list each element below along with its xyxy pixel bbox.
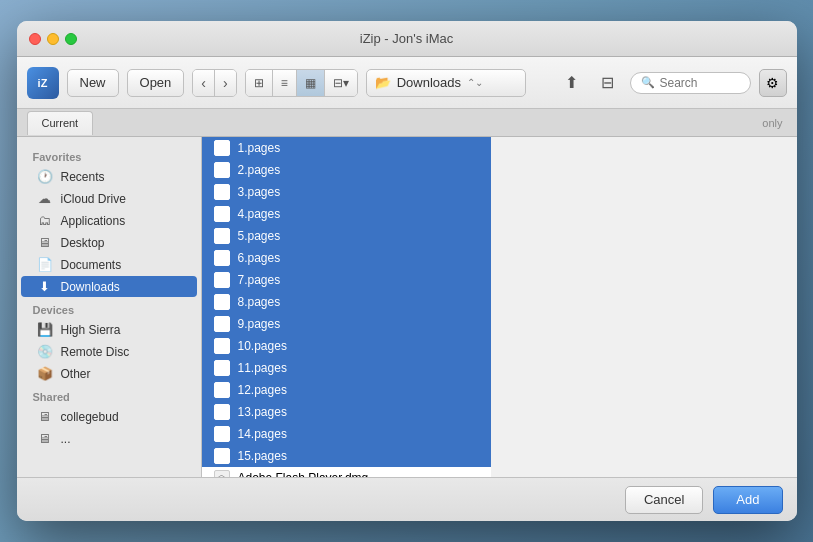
pages-file-icon: [214, 162, 230, 178]
file-item[interactable]: 2.pages: [202, 159, 492, 181]
share-button[interactable]: ⬆: [558, 69, 586, 97]
sidebar-item-remote-disc[interactable]: 💿 Remote Disc: [21, 341, 197, 362]
file-name: 4.pages: [238, 207, 281, 221]
pages-file-icon: [214, 382, 230, 398]
nav-buttons: ‹ ›: [192, 69, 236, 97]
favorites-section-title: Favorites: [17, 145, 201, 165]
dmg-file-icon: ⬡: [214, 470, 230, 477]
file-item[interactable]: 13.pages: [202, 401, 492, 423]
view-toggle: ⊞ ≡ ▦ ⊟▾: [245, 69, 358, 97]
nav-forward-button[interactable]: ›: [215, 70, 236, 96]
file-name: 13.pages: [238, 405, 287, 419]
nav-back-button[interactable]: ‹: [193, 70, 215, 96]
action-button[interactable]: ⊟: [594, 69, 622, 97]
file-list[interactable]: 1.pages2.pages3.pages4.pages5.pages6.pag…: [202, 137, 492, 477]
file-name: 3.pages: [238, 185, 281, 199]
current-path: Downloads: [397, 75, 461, 90]
pages-file-icon: [214, 316, 230, 332]
sidebar-item-downloads[interactable]: ⬇ Downloads: [21, 276, 197, 297]
file-name: 9.pages: [238, 317, 281, 331]
high-sierra-icon: 💾: [37, 322, 53, 337]
sidebar-item-desktop[interactable]: 🖥 Desktop: [21, 232, 197, 253]
title-bar: iZip - Jon's iMac: [17, 21, 797, 57]
sidebar-item-recents[interactable]: 🕐 Recents: [21, 166, 197, 187]
file-name: 15.pages: [238, 449, 287, 463]
sidebar-documents-label: Documents: [61, 258, 122, 272]
sidebar-item-shared2[interactable]: 🖥 ...: [21, 428, 197, 449]
traffic-lights: [29, 33, 77, 45]
sidebar-applications-label: Applications: [61, 214, 126, 228]
file-name: 14.pages: [238, 427, 287, 441]
file-item[interactable]: 1.pages: [202, 137, 492, 159]
file-item[interactable]: 6.pages: [202, 247, 492, 269]
view-icon-button[interactable]: ⊞: [246, 70, 273, 96]
search-box: 🔍: [630, 72, 751, 94]
sidebar-other-label: Other: [61, 367, 91, 381]
pages-file-icon: [214, 184, 230, 200]
pages-file-icon: [214, 404, 230, 420]
sidebar-item-collegebud[interactable]: 🖥 collegebud: [21, 406, 197, 427]
sidebar-item-high-sierra[interactable]: 💾 High Sierra: [21, 319, 197, 340]
file-picker-window: iZip - Jon's iMac iZ New Open ‹ › ⊞ ≡ ▦ …: [17, 21, 797, 521]
window-title: iZip - Jon's iMac: [360, 31, 454, 46]
applications-icon: 🗂: [37, 213, 53, 228]
pages-file-icon: [214, 272, 230, 288]
path-chevron-icon: ⌃⌄: [467, 77, 483, 88]
sidebar-collegebud-label: collegebud: [61, 410, 119, 424]
sidebar-icloud-label: iCloud Drive: [61, 192, 126, 206]
recents-icon: 🕐: [37, 169, 53, 184]
view-column-button[interactable]: ▦: [297, 70, 325, 96]
sidebar-remote-disc-label: Remote Disc: [61, 345, 130, 359]
file-item[interactable]: 12.pages: [202, 379, 492, 401]
app-icon: iZ: [27, 67, 59, 99]
toolbar: iZ New Open ‹ › ⊞ ≡ ▦ ⊟▾ 📂 Downloads ⌃⌄ …: [17, 57, 797, 109]
file-item[interactable]: 15.pages: [202, 445, 492, 467]
file-item[interactable]: ⬡Adobe Flash Player.dmg: [202, 467, 492, 477]
file-item[interactable]: 8.pages: [202, 291, 492, 313]
bottom-bar: Cancel Add: [17, 477, 797, 521]
view-cover-button[interactable]: ⊟▾: [325, 70, 357, 96]
file-name: 5.pages: [238, 229, 281, 243]
desktop-icon: 🖥: [37, 235, 53, 250]
add-button[interactable]: Add: [713, 486, 782, 514]
downloads-icon: ⬇: [37, 279, 53, 294]
file-item[interactable]: 7.pages: [202, 269, 492, 291]
search-input[interactable]: [660, 76, 740, 90]
pages-file-icon: [214, 294, 230, 310]
sidebar-downloads-label: Downloads: [61, 280, 120, 294]
view-list-button[interactable]: ≡: [273, 70, 297, 96]
open-button[interactable]: Open: [127, 69, 185, 97]
file-item[interactable]: 10.pages: [202, 335, 492, 357]
shared2-icon: 🖥: [37, 431, 53, 446]
pages-file-icon: [214, 448, 230, 464]
file-item[interactable]: 9.pages: [202, 313, 492, 335]
sidebar-item-other[interactable]: 📦 Other: [21, 363, 197, 384]
file-name: 11.pages: [238, 361, 287, 375]
sidebar-item-icloud[interactable]: ☁ iCloud Drive: [21, 188, 197, 209]
file-name: 10.pages: [238, 339, 287, 353]
pages-file-icon: [214, 360, 230, 376]
sidebar-item-documents[interactable]: 📄 Documents: [21, 254, 197, 275]
cancel-button[interactable]: Cancel: [625, 486, 703, 514]
sidebar-item-applications[interactable]: 🗂 Applications: [21, 210, 197, 231]
main-content: Favorites 🕐 Recents ☁ iCloud Drive 🗂 App…: [17, 137, 797, 477]
path-selector[interactable]: 📂 Downloads ⌃⌄: [366, 69, 526, 97]
new-button[interactable]: New: [67, 69, 119, 97]
pages-file-icon: [214, 140, 230, 156]
file-item[interactable]: 14.pages: [202, 423, 492, 445]
sidebar-desktop-label: Desktop: [61, 236, 105, 250]
file-item[interactable]: 5.pages: [202, 225, 492, 247]
file-name: 2.pages: [238, 163, 281, 177]
file-item[interactable]: 3.pages: [202, 181, 492, 203]
other-icon: 📦: [37, 366, 53, 381]
shared-section-title: Shared: [17, 385, 201, 405]
maximize-button[interactable]: [65, 33, 77, 45]
tab-current[interactable]: Current: [27, 111, 94, 135]
file-item[interactable]: 4.pages: [202, 203, 492, 225]
sidebar-recents-label: Recents: [61, 170, 105, 184]
file-item[interactable]: 11.pages: [202, 357, 492, 379]
search-icon: 🔍: [641, 76, 655, 89]
gear-button[interactable]: ⚙: [759, 69, 787, 97]
minimize-button[interactable]: [47, 33, 59, 45]
close-button[interactable]: [29, 33, 41, 45]
